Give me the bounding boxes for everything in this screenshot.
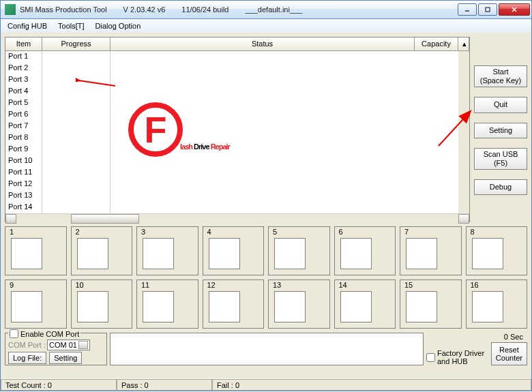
port-slot-inner[interactable] (274, 291, 306, 322)
maximize-button[interactable] (478, 3, 497, 16)
port-slot-inner[interactable] (472, 291, 503, 322)
quit-button[interactable]: Quit (474, 97, 527, 112)
port-slot-inner[interactable] (274, 238, 306, 269)
dropdown-icon (78, 341, 88, 349)
port-label: Port 11 (5, 167, 42, 179)
port-label: Port 14 (5, 202, 42, 213)
port-slot-4: 4 (203, 226, 265, 275)
port-slot-14: 14 (334, 280, 396, 329)
table-header: Item Progress Status Capacity ▴ (5, 37, 469, 51)
col-progress[interactable]: Progress (42, 37, 110, 50)
port-slot-inner[interactable] (406, 291, 437, 322)
port-label: Port 10 (5, 155, 42, 167)
app-icon (5, 4, 16, 15)
col-status[interactable]: Status (110, 37, 415, 50)
app-title: SMI Mass Production Tool (20, 5, 107, 14)
port-slot-11: 11 (136, 280, 198, 329)
port-slot-inner[interactable] (472, 238, 503, 269)
port-slot-2: 2 (71, 226, 133, 275)
port-table: Item Progress Status Capacity ▴ Port 1 P… (5, 37, 470, 222)
app-ini: ___default.ini___ (245, 5, 302, 14)
status-pass: Pass : 0 (117, 379, 212, 391)
port-label: Port 13 (5, 190, 42, 202)
vscroll-up[interactable]: ▴ (458, 37, 469, 50)
scan-usb-button[interactable]: Scan USB(F5) (474, 148, 527, 170)
port-slot-16: 16 (466, 280, 528, 329)
port-slot-13: 13 (268, 280, 330, 329)
debug-button[interactable]: Debug (474, 179, 527, 195)
log-textarea[interactable] (110, 333, 424, 365)
port-slot-9: 9 (5, 280, 67, 329)
port-slot-inner[interactable] (340, 238, 372, 269)
port-slot-inner[interactable] (209, 238, 240, 269)
com-port-group: Enable COM Port COM Port : COM 01 Log Fi… (5, 333, 107, 365)
port-slot-1: 1 (5, 226, 67, 275)
port-slot-inner[interactable] (11, 238, 42, 269)
vertical-scrollbar[interactable] (458, 51, 469, 213)
port-slot-inner[interactable] (209, 291, 240, 322)
titlebar: SMI Mass Production Tool V 2.03.42 v6 11… (0, 0, 532, 19)
port-label: Port 1 (5, 51, 42, 63)
port-slot-inner[interactable] (11, 291, 42, 322)
port-slot-8: 8 (466, 226, 528, 275)
port-label: Port 6 (5, 109, 42, 121)
status-fail: Fail : 0 (212, 379, 531, 391)
port-grid: 1 2 3 4 5 6 7 8 9 10 11 12 13 14 15 16 (5, 226, 527, 329)
port-label: Port 5 (5, 97, 42, 109)
port-slot-inner[interactable] (143, 291, 174, 322)
port-slot-5: 5 (268, 226, 330, 275)
factory-driver-checkbox[interactable]: Factory Driver and HUB (426, 349, 488, 365)
status-test-count: Test Count : 0 (1, 379, 117, 391)
port-label: Port 8 (5, 132, 42, 144)
port-slot-inner[interactable] (143, 238, 174, 269)
menu-dialog-option[interactable]: Dialog Option (91, 20, 145, 31)
port-slot-6: 6 (334, 226, 396, 275)
app-build: 11/06/24 build (181, 5, 228, 14)
start-button[interactable]: Start(Space Key) (474, 65, 527, 87)
hscroll-right[interactable] (458, 214, 469, 224)
port-slot-7: 7 (400, 226, 462, 275)
port-slot-12: 12 (203, 280, 265, 329)
menubar: Config HUB Tools[T] Dialog Option (0, 19, 532, 33)
port-label: Port 2 (5, 63, 42, 74)
hscroll-left[interactable] (5, 214, 16, 224)
menu-tools[interactable]: Tools[T] (54, 20, 89, 31)
port-label: Port 4 (5, 86, 42, 97)
port-slot-3: 3 (136, 226, 198, 275)
close-button[interactable] (499, 3, 530, 16)
port-slot-inner[interactable] (406, 238, 437, 269)
setting-button[interactable]: Setting (474, 123, 527, 138)
log-file-button[interactable]: Log File: (8, 352, 46, 364)
port-label: Port 9 (5, 144, 42, 155)
side-buttons: Start(Space Key) Quit Setting Scan USB(F… (474, 37, 527, 222)
port-label: Port 3 (5, 74, 42, 86)
enable-com-checkbox[interactable]: Enable COM Port (8, 329, 80, 338)
port-slot-inner[interactable] (77, 291, 108, 322)
port-slot-inner[interactable] (77, 238, 108, 269)
timer-label: 0 Sec (504, 333, 527, 341)
port-label: Port 12 (5, 179, 42, 190)
titlebar-text: SMI Mass Production Tool V 2.03.42 v6 11… (20, 5, 456, 14)
com-port-label: COM Port : (8, 341, 46, 349)
com-port-select[interactable]: COM 01 (47, 340, 90, 350)
svg-rect-1 (486, 7, 490, 12)
table-body: Port 1 Port 2 Port 3 Port 4 Port 5 Port … (5, 51, 458, 213)
minimize-button[interactable] (458, 3, 477, 16)
col-item[interactable]: Item (5, 37, 42, 50)
app-version: V 2.03.42 v6 (123, 5, 166, 14)
client-area: Item Progress Status Capacity ▴ Port 1 P… (0, 33, 532, 391)
log-setting-button[interactable]: Setting (49, 352, 82, 364)
menu-config-hub[interactable]: Config HUB (3, 20, 51, 31)
hscroll-thumb[interactable] (71, 214, 139, 224)
port-slot-10: 10 (71, 280, 133, 329)
port-label: Port 7 (5, 121, 42, 132)
reset-counter-button[interactable]: ResetCounter (491, 342, 527, 365)
status-bar: Test Count : 0 Pass : 0 Fail : 0 (1, 378, 531, 391)
port-slot-inner[interactable] (340, 291, 372, 322)
horizontal-scrollbar[interactable] (5, 213, 469, 224)
col-capacity[interactable]: Capacity (415, 37, 458, 50)
port-slot-15: 15 (400, 280, 462, 329)
